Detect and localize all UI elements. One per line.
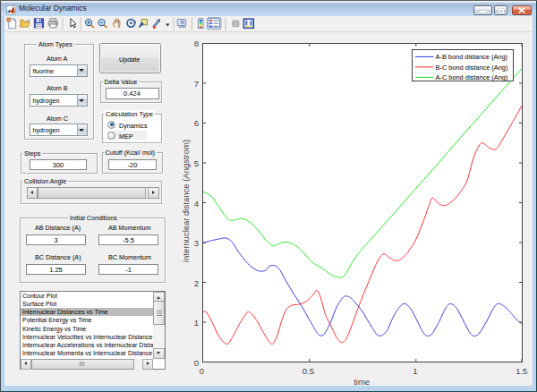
svg-text:A-C bond distance (Ang): A-C bond distance (Ang) <box>436 73 508 81</box>
svg-text:A-B bond distance (Ang): A-B bond distance (Ang) <box>436 53 508 61</box>
svg-text:B-C bond distance (Ang): B-C bond distance (Ang) <box>436 63 508 71</box>
